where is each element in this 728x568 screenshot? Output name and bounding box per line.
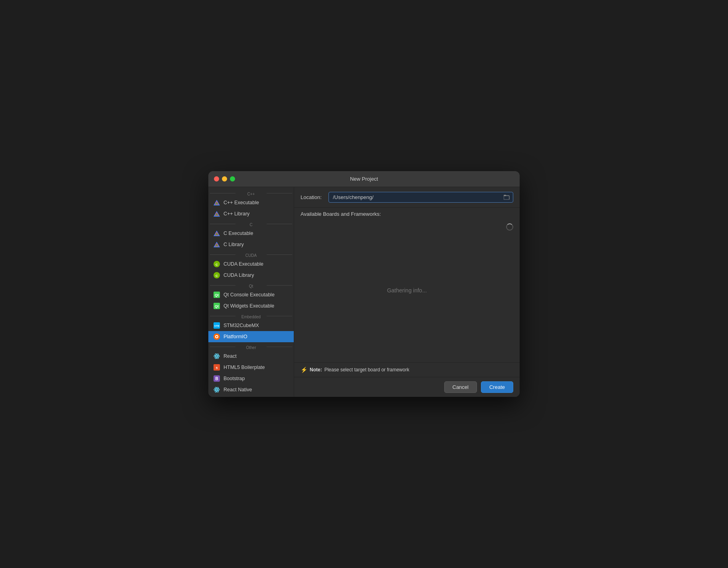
bootstrap-icon: B — [213, 375, 220, 382]
location-row: Location: — [294, 187, 520, 208]
sidebar-item-cuda-executable[interactable]: C CUDA Executable — [208, 258, 294, 270]
traffic-lights — [214, 176, 235, 181]
sidebar-item-label: React — [224, 353, 237, 359]
svg-text:Qt: Qt — [215, 293, 219, 297]
sidebar-item-c-executable[interactable]: C Executable — [208, 228, 294, 239]
frameworks-label: Available Boards and Frameworks: — [294, 208, 520, 219]
c-icon — [213, 241, 220, 248]
create-button[interactable]: Create — [481, 381, 513, 393]
sidebar-item-label: C Library — [224, 242, 244, 247]
svg-text:B: B — [215, 377, 218, 381]
gathering-text: Gathering info... — [387, 287, 427, 294]
project-type-sidebar: C++ C++ Executable C++ LibraryC C Execut… — [208, 187, 294, 397]
note-text: Please select target board or framework — [324, 367, 410, 373]
note-label: Note: — [310, 367, 322, 373]
close-button[interactable] — [214, 176, 219, 181]
frameworks-content: Gathering info... — [294, 219, 520, 362]
section-label-qt: Qt — [208, 281, 294, 289]
svg-text:5: 5 — [216, 366, 218, 370]
sidebar-item-c-library[interactable]: C Library — [208, 239, 294, 250]
qt-icon: Qt — [213, 302, 220, 310]
section-label-c: C — [208, 219, 294, 228]
sidebar-item-label: C Executable — [224, 231, 253, 236]
sidebar-item-bootstrap[interactable]: B Bootstrap — [208, 373, 294, 384]
browse-button[interactable] — [503, 194, 511, 201]
sidebar-item-label: CUDA Library — [224, 272, 254, 278]
new-project-dialog: New Project C++ C++ Executable C++ Libra… — [208, 171, 520, 397]
sidebar-item-platformio[interactable]: PlatformIO — [208, 331, 294, 342]
svg-text:STM: STM — [214, 325, 220, 327]
location-input[interactable] — [328, 192, 513, 203]
qt-icon: Qt — [213, 291, 220, 298]
sidebar-item-react[interactable]: React — [208, 351, 294, 362]
svg-text:C: C — [216, 274, 218, 278]
sidebar-item-react-native[interactable]: React Native — [208, 384, 294, 395]
svg-text:C: C — [216, 263, 218, 266]
sidebar-item-label: C++ Library — [224, 211, 249, 217]
stm-icon: STM — [213, 322, 220, 329]
cuda-icon: C — [213, 272, 220, 279]
titlebar: New Project — [208, 171, 520, 187]
c-icon — [213, 230, 220, 237]
cuda-icon: C — [213, 260, 220, 268]
svg-rect-37 — [504, 195, 509, 199]
sidebar-item-label: Bootstrap — [224, 376, 245, 381]
svg-point-28 — [216, 356, 218, 357]
sidebar-item-label: React Native — [224, 387, 252, 392]
svg-text:Qt: Qt — [215, 304, 219, 308]
section-label-embedded: Embedded — [208, 312, 294, 320]
cancel-button[interactable]: Cancel — [444, 381, 477, 393]
sidebar-item-label: Qt Widgets Executable — [224, 303, 274, 309]
sidebar-item-cpp-library[interactable]: C++ Library — [208, 208, 294, 219]
sidebar-item-label: PlatformIO — [224, 334, 247, 339]
sidebar-item-label: STM32CubeMX — [224, 323, 259, 328]
sidebar-item-label: CUDA Executable — [224, 261, 263, 267]
note-icon: ⚡ — [301, 367, 307, 373]
location-input-wrap — [328, 192, 513, 203]
section-label-c++: C++ — [208, 189, 294, 197]
html5-icon: 5 — [213, 364, 220, 371]
maximize-button[interactable] — [230, 176, 235, 181]
main-panel: Location: Available Boards and Framework… — [294, 187, 520, 397]
window-title: New Project — [350, 176, 378, 182]
sidebar-item-qt-console[interactable]: Qt Qt Console Executable — [208, 289, 294, 300]
loading-spinner — [506, 223, 513, 231]
react-icon — [213, 353, 220, 360]
note-bar: ⚡ Note: Please select target board or fr… — [294, 362, 520, 377]
sidebar-item-label: C++ Executable — [224, 200, 259, 205]
dialog-content: C++ C++ Executable C++ LibraryC C Execut… — [208, 187, 520, 397]
sidebar-item-cuda-library[interactable]: C CUDA Library — [208, 270, 294, 281]
section-label-other: Other — [208, 342, 294, 351]
svg-point-24 — [216, 336, 218, 337]
react-icon — [213, 386, 220, 393]
button-bar: Cancel Create — [294, 377, 520, 397]
sidebar-item-label: HTML5 Boilerplate — [224, 365, 265, 370]
sidebar-item-qt-widgets[interactable]: Qt Qt Widgets Executable — [208, 300, 294, 312]
minimize-button[interactable] — [222, 176, 227, 181]
gathering-spinner — [506, 223, 513, 231]
cpp-icon — [213, 199, 220, 206]
svg-rect-38 — [504, 195, 506, 196]
cpp-icon — [213, 210, 220, 217]
svg-point-36 — [216, 389, 218, 390]
location-label: Location: — [301, 194, 324, 200]
sidebar-item-stm32cubemx[interactable]: STM STM32CubeMX — [208, 320, 294, 331]
platformio-icon — [213, 333, 220, 340]
section-label-cuda: CUDA — [208, 250, 294, 258]
sidebar-item-cpp-executable[interactable]: C++ Executable — [208, 197, 294, 208]
sidebar-item-label: Qt Console Executable — [224, 292, 275, 298]
sidebar-item-html5[interactable]: 5 HTML5 Boilerplate — [208, 362, 294, 373]
